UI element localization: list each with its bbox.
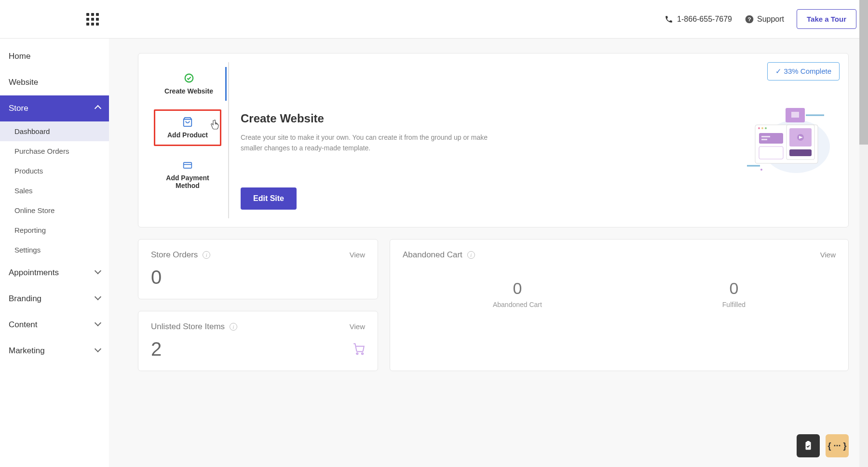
setup-card: Create Website Add Product Add Payment M… xyxy=(138,53,849,227)
setup-content: ✓ 33% Complete Create Website Create you… xyxy=(229,62,840,218)
view-link[interactable]: View xyxy=(350,322,365,331)
cursor-pointer-icon xyxy=(210,119,219,133)
page-scrollbar[interactable] xyxy=(859,0,868,467)
fulfilled-value: 0 xyxy=(722,279,746,298)
nav-appointments[interactable]: Appointments xyxy=(0,260,109,286)
stat-title: Abandoned Cart i xyxy=(403,250,475,260)
abandoned-cart-card: Abandoned Cart i View 0 Abandoned Cart 0… xyxy=(390,239,849,371)
svg-point-8 xyxy=(761,127,763,129)
chevron-down-icon xyxy=(95,320,100,330)
phone-number: 1-866-655-7679 xyxy=(677,15,732,24)
progress-badge: ✓ 33% Complete xyxy=(767,62,840,80)
info-icon[interactable]: i xyxy=(467,251,475,259)
setup-description: Create your site to make it your own. Yo… xyxy=(241,132,491,154)
chevron-down-icon xyxy=(95,346,100,356)
fulfilled-label: Fulfilled xyxy=(722,301,746,308)
shopping-bag-icon xyxy=(182,117,193,127)
edit-site-button[interactable]: Edit Site xyxy=(241,187,297,210)
nav-branding[interactable]: Branding xyxy=(0,286,109,312)
code-fab[interactable]: { ··· } xyxy=(826,434,849,457)
svg-rect-18 xyxy=(789,149,812,156)
setup-steps: Create Website Add Product Add Payment M… xyxy=(147,62,229,218)
step-create-website[interactable]: Create Website xyxy=(154,67,227,101)
unlisted-items-card: Unlisted Store Items i View 2 xyxy=(138,311,378,371)
svg-point-23 xyxy=(760,169,762,171)
step-add-payment[interactable]: Add Payment Method xyxy=(154,155,221,195)
phone-section[interactable]: 1-866-655-7679 xyxy=(665,15,732,24)
nav-purchase-orders[interactable]: Purchase Orders xyxy=(0,141,109,161)
fulfilled-item: 0 Fulfilled xyxy=(722,279,746,308)
support-label: Support xyxy=(757,15,784,24)
header-left xyxy=(86,13,99,26)
nav-website[interactable]: Website xyxy=(0,69,109,95)
chevron-up-icon xyxy=(95,104,100,113)
header-right: 1-866-655-7679 ? Support Take a Tour xyxy=(665,9,856,29)
stat-title: Unlisted Store Items i xyxy=(151,322,237,332)
cart-icon xyxy=(353,343,365,355)
credit-card-icon xyxy=(182,160,193,170)
clipboard-fab[interactable] xyxy=(797,434,820,457)
svg-rect-20 xyxy=(791,112,799,118)
nav-products[interactable]: Products xyxy=(0,161,109,181)
svg-rect-26 xyxy=(806,442,811,450)
support-link[interactable]: ? Support xyxy=(745,14,784,24)
svg-point-24 xyxy=(356,353,358,354)
svg-point-7 xyxy=(758,127,760,129)
take-tour-button[interactable]: Take a Tour xyxy=(797,9,856,29)
stat-title: Store Orders i xyxy=(151,250,210,260)
nav-store[interactable]: Store xyxy=(0,95,109,121)
svg-text:?: ? xyxy=(747,16,751,22)
clipboard-check-icon xyxy=(803,440,814,451)
svg-point-25 xyxy=(362,353,363,354)
chevron-down-icon xyxy=(95,268,100,278)
svg-rect-11 xyxy=(761,136,770,137)
nav-dashboard[interactable]: Dashboard xyxy=(0,121,109,141)
abandoned-value: 0 xyxy=(493,279,542,298)
svg-rect-27 xyxy=(807,441,810,443)
store-orders-card: Store Orders i View 0 xyxy=(138,239,378,299)
view-link[interactable]: View xyxy=(350,251,365,259)
stats-row: Store Orders i View 0 Unlisted Store Ite… xyxy=(138,239,849,371)
nav-online-store[interactable]: Online Store xyxy=(0,200,109,220)
svg-rect-12 xyxy=(761,139,767,140)
step-label: Create Website xyxy=(158,87,220,95)
main-content: Create Website Add Product Add Payment M… xyxy=(109,39,868,467)
stat-value: 2 xyxy=(151,338,162,360)
nav-reporting[interactable]: Reporting xyxy=(0,220,109,240)
abandoned-label: Abandoned Cart xyxy=(493,301,542,308)
phone-icon xyxy=(665,15,673,24)
sidebar: Home Website Store Dashboard Purchase Or… xyxy=(0,39,109,364)
step-label: Add Payment Method xyxy=(158,174,217,189)
nav-marketing[interactable]: Marketing xyxy=(0,338,109,364)
svg-rect-3 xyxy=(184,162,192,168)
page-scroll-thumb[interactable] xyxy=(859,0,868,145)
svg-rect-10 xyxy=(759,133,783,144)
top-header: 1-866-655-7679 ? Support Take a Tour xyxy=(0,0,868,39)
nav-sales[interactable]: Sales xyxy=(0,181,109,200)
apps-grid-icon[interactable] xyxy=(86,13,99,26)
info-icon[interactable]: i xyxy=(203,251,210,259)
stat-value: 0 xyxy=(151,267,365,288)
nav-content[interactable]: Content xyxy=(0,312,109,338)
abandoned-item: 0 Abandoned Cart xyxy=(493,279,542,308)
svg-rect-13 xyxy=(759,147,783,159)
info-icon[interactable]: i xyxy=(230,323,237,331)
svg-point-9 xyxy=(765,127,767,129)
chevron-down-icon xyxy=(95,294,100,304)
check-circle-icon xyxy=(184,73,194,83)
help-icon: ? xyxy=(745,14,754,24)
nav-home[interactable]: Home xyxy=(0,43,109,69)
view-link[interactable]: View xyxy=(820,251,836,259)
step-label: Add Product xyxy=(159,131,216,139)
setup-title: Create Website xyxy=(241,112,828,125)
website-illustration xyxy=(743,98,835,175)
code-icon: { ··· } xyxy=(827,441,846,451)
nav-settings[interactable]: Settings xyxy=(0,240,109,260)
